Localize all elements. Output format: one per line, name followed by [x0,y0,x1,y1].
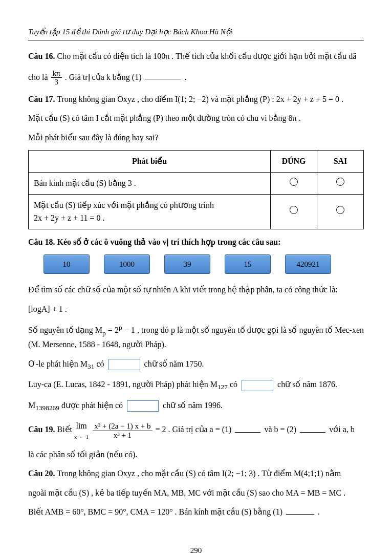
cell-true-2[interactable] [271,194,317,229]
sub: 31 [88,362,94,370]
q18-drop-2[interactable] [242,380,273,391]
t: có [94,359,106,368]
cell-true-1[interactable] [271,172,317,194]
sub: 1398269 [35,404,59,412]
q17-label: Câu 17. [28,95,55,103]
q17-line3: Mỗi phát biểu sau đây là đúng hay sai? [28,131,364,144]
cell-statement-2: Mặt cầu (S) tiếp xúc với mặt phẳng có ph… [29,194,271,229]
q19-line1: Câu 19. Biết lim x→−1 x² + (2a − 1) x + … [28,419,364,441]
q16-blank-1[interactable] [145,71,181,79]
row2-line1: Mặt cầu (S) tiếp xúc với mặt phẳng có ph… [34,199,265,212]
q18-drop-3[interactable] [127,400,159,412]
circle-icon [290,206,298,214]
sup: p [119,324,122,331]
table-row: Bán kính mặt cầu (S) bằng 3 . [29,172,364,194]
t: với a, b [329,425,355,434]
q16-t2b: . Giá trị của k bằng (1) [65,72,144,81]
q17-line1: Câu 17. Trong không gian Oxyz , cho điểm… [28,93,364,106]
q18-drag-options: 10 1000 39 15 420921 [43,254,364,274]
t: được phát hiện có [59,401,125,410]
q20-line3: Biết AMB = 60°, BMC = 90°, CMA = 120° . … [28,505,364,519]
circle-icon [290,178,298,186]
q19-label: Câu 19. [28,425,55,434]
frac-den: x³ + 1 [93,431,152,440]
t: Luy-ca (E. Lucas, 1842 - 1891, người Phá… [28,380,217,389]
t: Số nguyên tố dạng M [28,326,102,334]
drag-box-15[interactable]: 15 [225,254,271,274]
th-true: ĐÚNG [271,151,317,173]
q18-p3: Ơ-le phát hiện M31 có chữ số năm 1750. [28,357,364,372]
page-header: Tuyển tập 15 đề thi Đánh giá tư duy Đại … [28,26,364,40]
q18-title-text: Kéo số ở các ô vuông thả vào vị trí thíc… [55,238,280,246]
q19-fraction: x² + (2a − 1) x + b x³ + 1 [93,422,152,439]
t: chữ số năm 1996. [163,401,223,410]
t: có [228,380,239,389]
q20-blank-1[interactable] [286,506,314,515]
t: Ơ-le phát hiện M [28,359,88,368]
circle-icon [336,206,344,214]
cell-false-1[interactable] [317,172,364,194]
t: Biết [55,425,74,434]
cell-false-2[interactable] [317,194,364,229]
t: Biết AMB = 60°, BMC = 90°, CMA = 120° . … [28,507,285,516]
q19-blank-a[interactable] [235,424,260,433]
drag-box-39[interactable]: 39 [164,254,210,274]
t: chữ số năm 1750. [144,359,204,368]
q17-line2: Mặt cầu (S) có tâm I cắt mặt phẳng (P) t… [28,112,364,125]
cell-statement-1: Bán kính mặt cầu (S) bằng 3 . [29,172,271,194]
q20-line2: ngoài mặt cầu (S) , kẻ ba tiếp tuyến MA,… [28,486,364,500]
q18-drop-1[interactable] [108,359,140,370]
q18-p5: M1398269 được phát hiện có chữ số năm 19… [28,399,364,414]
t: Trong không gian Oxyz , cho mặt cầu (S) … [55,469,341,478]
circle-icon [336,178,344,186]
q18-title: Câu 18. Kéo số ở các ô vuông thả vào vị … [28,236,364,249]
q18-p1f: [logA] + 1 . [28,303,364,316]
page-number: 290 [28,544,364,555]
q18-p1: Để tìm số các chữ số của một số tự nhiên… [28,283,364,296]
q19-line2: là các phân số tối giản (nếu có). [28,448,364,461]
table-header-row: Phát biểu ĐÚNG SAI [29,151,364,173]
lim-bot: x→−1 [74,433,89,442]
row2-line2: 2x + 2y + z + 11 = 0 . [34,211,265,225]
sub: p [102,329,106,336]
q16-line1: Câu 16. Cho mặt cầu có diện tích là 100π… [28,50,364,63]
q17-table: Phát biểu ĐÚNG SAI Bán kính mặt cầu (S) … [28,150,364,229]
t: = 2 . Giá trị của a = (1) [156,425,234,434]
q16-fraction: kπ 3 [51,69,62,87]
sub: 127 [217,383,228,391]
limit-expr: lim x→−1 [74,419,89,441]
q20-label: Câu 20. [28,469,55,478]
th-false: SAI [317,151,364,173]
q16-t1: Cho mặt cầu có diện tích là 100π . Thể t… [55,52,356,60]
frac-den: 3 [51,78,62,87]
t: . [318,507,320,516]
q16-t2c: . [184,72,186,81]
drag-box-420921[interactable]: 420921 [285,254,331,274]
q17-t1: Trong không gian Oxyz , cho điểm I(1; 2;… [55,95,343,103]
q16-label: Câu 16. [28,52,55,60]
q16-t2a: cho là [28,72,50,81]
t: = 2 [106,326,119,334]
drag-box-10[interactable]: 10 [43,254,90,274]
drag-box-1000[interactable]: 1000 [104,254,150,274]
q20-line1: Câu 20. Trong không gian Oxyz , cho mặt … [28,467,364,480]
t: và b = (2) [264,425,298,434]
table-row: Mặt cầu (S) tiếp xúc với mặt phẳng có ph… [29,194,364,229]
q16-line2: cho là kπ 3 . Giá trị của k bằng (1) . [28,69,364,87]
frac-num: kπ [51,69,62,78]
frac-num: x² + (2a − 1) x + b [93,422,152,431]
q18-p4: Luy-ca (E. Lucas, 1842 - 1891, người Phá… [28,378,364,393]
t: M [28,401,35,410]
q18-p2: Số nguyên tố dạng Mp = 2p − 1 , trong đó… [28,322,364,351]
q18-label: Câu 18. [28,238,55,246]
lim-top: lim [74,419,89,433]
th-statement: Phát biểu [29,151,271,173]
t: chữ số năm 1876. [277,380,337,389]
q19-blank-b[interactable] [300,424,325,433]
